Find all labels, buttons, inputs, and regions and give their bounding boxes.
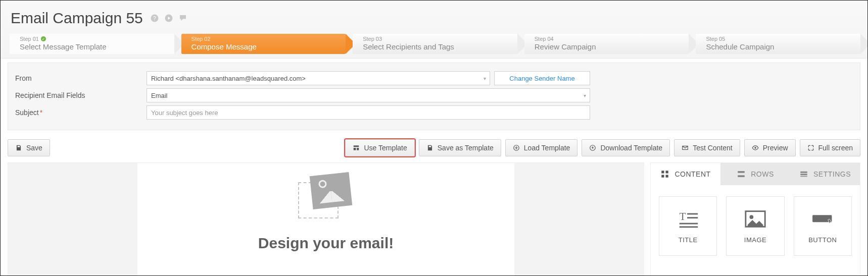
tab-settings-label: SETTINGS bbox=[813, 170, 851, 178]
canvas-gutter-right bbox=[514, 163, 644, 276]
download-icon bbox=[589, 144, 596, 151]
svg-rect-6 bbox=[357, 148, 359, 150]
step-3[interactable]: Step 03 Select Recipients and Tags bbox=[353, 34, 517, 54]
envelope-icon bbox=[682, 144, 689, 151]
comment-icon[interactable] bbox=[178, 14, 187, 23]
save-as-template-label: Save as Template bbox=[438, 144, 494, 152]
load-template-button[interactable]: Load Template bbox=[505, 139, 578, 156]
template-icon bbox=[353, 144, 360, 151]
step-5-num: Step 05 bbox=[706, 36, 860, 42]
step-3-num: Step 03 bbox=[363, 36, 517, 42]
recipient-label: Recipient Email Fields bbox=[13, 91, 147, 99]
canvas-headline: Design your email! bbox=[258, 235, 394, 252]
svg-point-26 bbox=[749, 215, 753, 219]
form-panel: From ▾ Change Sender Name Recipient Emai… bbox=[8, 63, 860, 130]
save-as-template-button[interactable]: Save as Template bbox=[419, 139, 501, 156]
use-template-button[interactable]: Use Template bbox=[345, 139, 414, 156]
tile-image[interactable]: IMAGE bbox=[726, 196, 784, 256]
tab-rows[interactable]: ROWS bbox=[720, 163, 790, 185]
tab-settings[interactable]: SETTINGS bbox=[790, 163, 860, 185]
step-5-label: Schedule Campaign bbox=[706, 42, 860, 52]
use-template-label: Use Template bbox=[364, 144, 407, 152]
email-canvas[interactable]: Design your email! bbox=[8, 162, 644, 276]
svg-rect-23 bbox=[679, 223, 697, 224]
svg-rect-18 bbox=[800, 174, 807, 175]
play-icon[interactable] bbox=[164, 14, 173, 23]
check-icon: ✓ bbox=[41, 36, 46, 41]
recipient-select[interactable] bbox=[147, 88, 590, 102]
image-placeholder-icon bbox=[298, 174, 354, 220]
step-2-label: Compose Message bbox=[191, 42, 346, 52]
image-block-icon bbox=[744, 209, 767, 229]
grid-icon bbox=[660, 170, 669, 179]
svg-rect-15 bbox=[738, 171, 745, 173]
step-4[interactable]: Step 04 Review Campaign bbox=[524, 34, 689, 54]
tile-title[interactable]: T TITLE bbox=[659, 196, 717, 256]
editor-toolbar: Save Use Template Save as Template Load … bbox=[1, 130, 867, 162]
tile-title-label: TITLE bbox=[679, 236, 698, 244]
test-content-button[interactable]: Test Content bbox=[674, 139, 740, 156]
plus-circle-icon bbox=[513, 144, 520, 151]
tab-rows-label: ROWS bbox=[751, 170, 774, 178]
step-4-num: Step 04 bbox=[535, 36, 689, 42]
step-5[interactable]: Step 05 Schedule Campaign bbox=[696, 34, 860, 54]
step-2-num: Step 02 bbox=[191, 36, 346, 42]
step-3-label: Select Recipients and Tags bbox=[363, 42, 517, 52]
step-2[interactable]: Step 02 Compose Message bbox=[181, 34, 346, 54]
svg-point-10 bbox=[754, 147, 756, 149]
svg-rect-22 bbox=[687, 217, 698, 218]
svg-rect-19 bbox=[800, 176, 807, 177]
svg-rect-11 bbox=[662, 171, 664, 173]
svg-rect-16 bbox=[738, 175, 745, 177]
wizard-steps: Step 01✓ Select Message Template Step 02… bbox=[1, 31, 867, 58]
fullscreen-icon bbox=[807, 144, 814, 151]
fullscreen-button[interactable]: Full screen bbox=[800, 139, 860, 156]
svg-rect-14 bbox=[666, 175, 668, 178]
svg-rect-17 bbox=[800, 172, 807, 173]
subject-input[interactable] bbox=[147, 105, 590, 120]
svg-rect-24 bbox=[679, 226, 697, 228]
fullscreen-label: Full screen bbox=[818, 144, 853, 152]
load-template-label: Load Template bbox=[524, 144, 570, 152]
svg-text:?: ? bbox=[153, 15, 156, 21]
button-block-icon bbox=[811, 209, 834, 229]
svg-text:T: T bbox=[679, 210, 686, 222]
preview-label: Preview bbox=[763, 144, 788, 152]
tile-button[interactable]: BUTTON bbox=[794, 196, 852, 256]
svg-rect-12 bbox=[666, 171, 668, 173]
tab-content-label: CONTENT bbox=[674, 170, 710, 178]
tile-image-label: IMAGE bbox=[744, 236, 766, 244]
required-asterisk: * bbox=[40, 108, 42, 117]
download-template-label: Download Template bbox=[600, 144, 662, 152]
title-block-icon: T bbox=[677, 209, 700, 229]
change-sender-link[interactable]: Change Sender Name bbox=[509, 75, 574, 82]
svg-rect-4 bbox=[354, 145, 359, 147]
tab-content[interactable]: CONTENT bbox=[651, 163, 720, 185]
preview-button[interactable]: Preview bbox=[744, 139, 796, 156]
svg-rect-13 bbox=[662, 175, 664, 178]
help-icon[interactable]: ? bbox=[150, 14, 159, 23]
step-1-num: Step 01 bbox=[20, 36, 39, 42]
page-title: Email Campaign 55 bbox=[11, 10, 143, 27]
step-1-label: Select Message Template bbox=[20, 42, 174, 52]
download-template-button[interactable]: Download Template bbox=[582, 139, 670, 156]
save-icon bbox=[426, 144, 433, 151]
change-sender-button[interactable]: Change Sender Name bbox=[494, 71, 590, 85]
subject-label: Subject* bbox=[13, 108, 147, 117]
test-content-label: Test Content bbox=[693, 144, 733, 152]
tile-button-label: BUTTON bbox=[808, 236, 837, 244]
rows-icon bbox=[737, 170, 746, 179]
step-4-label: Review Campaign bbox=[535, 42, 689, 52]
step-1[interactable]: Step 01✓ Select Message Template bbox=[10, 34, 174, 54]
from-select[interactable] bbox=[147, 71, 490, 85]
save-button[interactable]: Save bbox=[8, 139, 50, 156]
svg-rect-21 bbox=[687, 213, 698, 214]
settings-icon bbox=[799, 170, 808, 179]
save-icon bbox=[15, 144, 22, 151]
svg-rect-5 bbox=[354, 148, 356, 150]
from-label: From bbox=[13, 74, 147, 82]
editor-sidepanel: CONTENT ROWS SETTINGS T TITLE I bbox=[650, 162, 860, 276]
eye-icon bbox=[752, 144, 759, 151]
save-label: Save bbox=[26, 144, 42, 152]
canvas-gutter-left bbox=[8, 163, 137, 276]
